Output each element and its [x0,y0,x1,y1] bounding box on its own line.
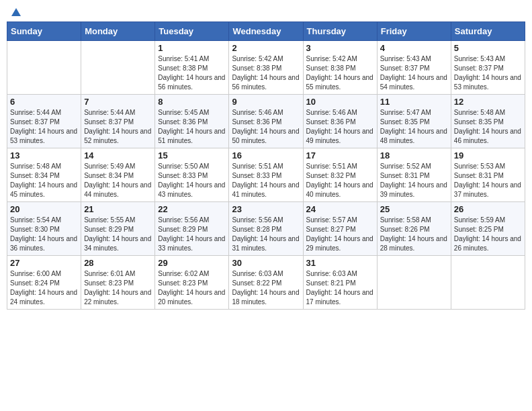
day-number: 30 [232,258,300,268]
svg-marker-0 [11,8,21,16]
day-number: 13 [10,150,78,161]
day-number: 4 [380,43,448,53]
day-number: 2 [232,43,300,53]
day-number: 31 [306,258,374,268]
day-info: Sunrise: 5:55 AMSunset: 8:29 PMDaylight:… [84,216,152,253]
day-number: 29 [158,258,226,268]
calendar-cell [81,41,155,95]
day-number: 24 [306,204,374,214]
calendar-cell [451,256,525,310]
calendar-header-row: SundayMondayTuesdayWednesdayThursdayFrid… [7,22,525,41]
day-info: Sunrise: 6:03 AMSunset: 8:21 PMDaylight:… [306,269,374,307]
day-number: 3 [306,43,374,53]
day-info: Sunrise: 5:53 AMSunset: 8:31 PMDaylight:… [454,162,522,199]
day-number: 18 [380,150,448,161]
calendar-cell: 21Sunrise: 5:55 AMSunset: 8:29 PMDayligh… [81,202,155,256]
day-info: Sunrise: 5:47 AMSunset: 8:35 PMDaylight:… [380,108,448,146]
day-info: Sunrise: 5:48 AMSunset: 8:35 PMDaylight:… [454,108,522,146]
day-number: 6 [10,97,78,107]
calendar-cell: 14Sunrise: 5:49 AMSunset: 8:34 PMDayligh… [81,148,155,202]
calendar-cell: 8Sunrise: 5:45 AMSunset: 8:36 PMDaylight… [155,95,229,148]
column-header-tuesday: Tuesday [155,22,229,41]
day-number: 19 [454,150,522,161]
day-info: Sunrise: 5:43 AMSunset: 8:37 PMDaylight:… [454,54,522,92]
day-number: 26 [454,204,522,214]
day-number: 1 [158,43,226,53]
day-number: 12 [454,97,522,107]
column-header-monday: Monday [81,22,155,41]
day-info: Sunrise: 5:50 AMSunset: 8:33 PMDaylight:… [158,162,226,199]
calendar-cell: 26Sunrise: 5:59 AMSunset: 8:25 PMDayligh… [451,202,525,256]
calendar-cell: 6Sunrise: 5:44 AMSunset: 8:37 PMDaylight… [7,95,81,148]
calendar-cell: 9Sunrise: 5:46 AMSunset: 8:36 PMDaylight… [229,95,303,148]
day-info: Sunrise: 5:52 AMSunset: 8:31 PMDaylight:… [380,162,448,199]
calendar-cell: 22Sunrise: 5:56 AMSunset: 8:29 PMDayligh… [155,202,229,256]
calendar-cell: 16Sunrise: 5:51 AMSunset: 8:33 PMDayligh… [229,148,303,202]
calendar-week-row: 20Sunrise: 5:54 AMSunset: 8:30 PMDayligh… [7,202,525,256]
calendar-cell: 11Sunrise: 5:47 AMSunset: 8:35 PMDayligh… [377,95,451,148]
day-number: 17 [306,150,374,161]
calendar-cell: 30Sunrise: 6:03 AMSunset: 8:22 PMDayligh… [229,256,303,310]
calendar-cell: 18Sunrise: 5:52 AMSunset: 8:31 PMDayligh… [377,148,451,202]
day-info: Sunrise: 5:51 AMSunset: 8:32 PMDaylight:… [306,162,374,199]
calendar-cell: 5Sunrise: 5:43 AMSunset: 8:37 PMDaylight… [451,41,525,95]
day-number: 25 [380,204,448,214]
day-info: Sunrise: 5:46 AMSunset: 8:36 PMDaylight:… [232,108,300,146]
day-number: 28 [84,258,152,268]
day-info: Sunrise: 5:42 AMSunset: 8:38 PMDaylight:… [232,54,300,92]
calendar-cell: 4Sunrise: 5:43 AMSunset: 8:37 PMDaylight… [377,41,451,95]
calendar-cell: 28Sunrise: 6:01 AMSunset: 8:23 PMDayligh… [81,256,155,310]
column-header-sunday: Sunday [7,22,81,41]
calendar-cell: 24Sunrise: 5:57 AMSunset: 8:27 PMDayligh… [303,202,377,256]
day-info: Sunrise: 5:56 AMSunset: 8:28 PMDaylight:… [232,216,300,253]
calendar-cell: 10Sunrise: 5:46 AMSunset: 8:36 PMDayligh… [303,95,377,148]
day-info: Sunrise: 6:01 AMSunset: 8:23 PMDaylight:… [84,269,152,307]
day-number: 21 [84,204,152,214]
calendar-cell: 29Sunrise: 6:02 AMSunset: 8:23 PMDayligh… [155,256,229,310]
calendar-cell: 3Sunrise: 5:42 AMSunset: 8:38 PMDaylight… [303,41,377,95]
day-info: Sunrise: 5:43 AMSunset: 8:37 PMDaylight:… [380,54,448,92]
column-header-saturday: Saturday [451,22,525,41]
day-number: 10 [306,97,374,107]
day-number: 15 [158,150,226,161]
calendar-cell: 17Sunrise: 5:51 AMSunset: 8:32 PMDayligh… [303,148,377,202]
logo [9,7,23,16]
day-info: Sunrise: 5:49 AMSunset: 8:34 PMDaylight:… [84,162,152,199]
day-info: Sunrise: 6:03 AMSunset: 8:22 PMDaylight:… [232,269,300,307]
calendar-cell: 25Sunrise: 5:58 AMSunset: 8:26 PMDayligh… [377,202,451,256]
day-info: Sunrise: 5:42 AMSunset: 8:38 PMDaylight:… [306,54,374,92]
calendar-cell: 19Sunrise: 5:53 AMSunset: 8:31 PMDayligh… [451,148,525,202]
calendar-table: SundayMondayTuesdayWednesdayThursdayFrid… [7,21,525,310]
calendar-cell: 13Sunrise: 5:48 AMSunset: 8:34 PMDayligh… [7,148,81,202]
calendar-cell: 1Sunrise: 5:41 AMSunset: 8:38 PMDaylight… [155,41,229,95]
day-number: 11 [380,97,448,107]
day-info: Sunrise: 5:59 AMSunset: 8:25 PMDaylight:… [454,216,522,253]
day-number: 7 [84,97,152,107]
calendar-cell: 12Sunrise: 5:48 AMSunset: 8:35 PMDayligh… [451,95,525,148]
day-info: Sunrise: 5:45 AMSunset: 8:36 PMDaylight:… [158,108,226,146]
day-number: 22 [158,204,226,214]
calendar-cell [7,41,81,95]
calendar-cell: 20Sunrise: 5:54 AMSunset: 8:30 PMDayligh… [7,202,81,256]
day-info: Sunrise: 5:44 AMSunset: 8:37 PMDaylight:… [10,108,78,146]
page-header [7,7,525,16]
calendar-cell: 23Sunrise: 5:56 AMSunset: 8:28 PMDayligh… [229,202,303,256]
day-info: Sunrise: 5:54 AMSunset: 8:30 PMDaylight:… [10,216,78,253]
calendar-week-row: 6Sunrise: 5:44 AMSunset: 8:37 PMDaylight… [7,95,525,148]
column-header-wednesday: Wednesday [229,22,303,41]
day-number: 5 [454,43,522,53]
day-number: 9 [232,97,300,107]
calendar-week-row: 13Sunrise: 5:48 AMSunset: 8:34 PMDayligh… [7,148,525,202]
day-number: 16 [232,150,300,161]
day-info: Sunrise: 5:57 AMSunset: 8:27 PMDaylight:… [306,216,374,253]
calendar-week-row: 27Sunrise: 6:00 AMSunset: 8:24 PMDayligh… [7,256,525,310]
day-number: 20 [10,204,78,214]
column-header-thursday: Thursday [303,22,377,41]
calendar-cell: 2Sunrise: 5:42 AMSunset: 8:38 PMDaylight… [229,41,303,95]
calendar-cell [377,256,451,310]
calendar-cell: 15Sunrise: 5:50 AMSunset: 8:33 PMDayligh… [155,148,229,202]
day-info: Sunrise: 5:41 AMSunset: 8:38 PMDaylight:… [158,54,226,92]
day-info: Sunrise: 5:44 AMSunset: 8:37 PMDaylight:… [84,108,152,146]
day-info: Sunrise: 5:51 AMSunset: 8:33 PMDaylight:… [232,162,300,199]
calendar-cell: 7Sunrise: 5:44 AMSunset: 8:37 PMDaylight… [81,95,155,148]
